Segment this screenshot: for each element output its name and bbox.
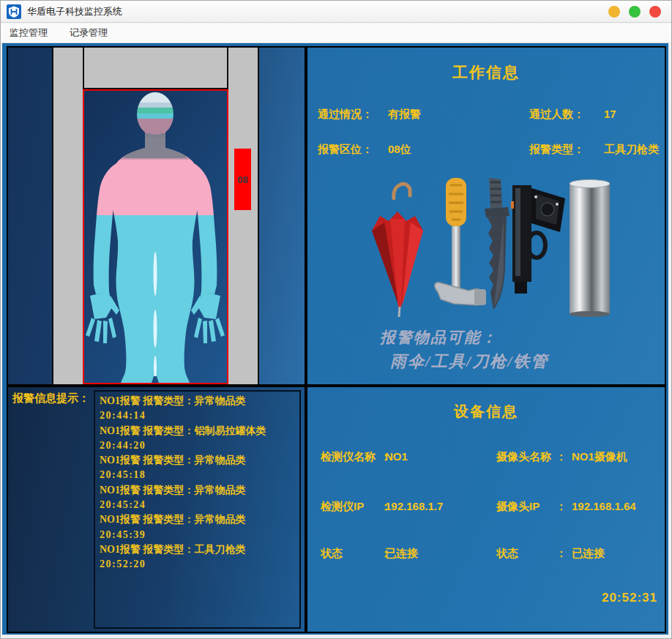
umbrella-icon [372,184,423,317]
pass-status-label: 通过情况： [318,108,373,122]
menu-item-monitor-management[interactable]: 监控管理 [8,25,49,41]
detector-status-label: 状态： [321,547,391,561]
camera-ip-value: 192.168.1.64 [572,500,636,512]
possible-items-title: 报警物品可能： [380,327,672,348]
camera-status-label: 状态： [496,547,567,561]
detector-ip-label: 检测仪IP： [321,500,391,514]
device-info-title: 设备信息 [307,402,665,422]
alarm-type-value: 工具刀枪类 [604,143,659,157]
alarm-zone-value: 08位 [388,143,411,157]
detector-name-label: 检测仪名称： [321,450,391,464]
combat-knife-icon [485,178,509,310]
pass-status-value: 有报警 [388,108,421,122]
maximize-button[interactable] [629,6,641,18]
pass-count-label: 通过人数： [529,108,584,122]
camera-name-label: 摄像头名称： [496,450,567,464]
gate-lintel [83,48,228,89]
title-bar: 华盾电子科技监控系统 [1,1,671,23]
minimize-button[interactable] [608,6,620,18]
app-window: 华盾电子科技监控系统 监控管理 记录管理 [0,0,672,639]
device-info-panel: 设备信息 检测仪名称： NO1 摄像头名称： NO1摄像机 检测仪IP： 192… [306,386,666,633]
alarm-entry: NO1报警 报警类型：异常物品类20:45:24 [100,483,295,513]
alarm-entry: NO1报警 报警类型：铝制易拉罐体类20:44:20 [100,424,295,454]
alarm-log-panel: 报警信息提示： NO1报警 报警类型：异常物品类20:44:14NO1报警 报警… [7,386,306,633]
detector-ip-value: 192.168.1.7 [385,500,443,512]
gate-right-pillar [227,48,259,384]
alarm-entry: NO1报警 报警类型：异常物品类20:45:39 [100,512,295,542]
alarm-entry: NO1报警 报警类型：工具刀枪类20:52:20 [100,542,295,572]
alarm-entry: NO1报警 报警类型：异常物品类20:45:18 [100,453,295,483]
scanner-panel: 08 [7,46,306,386]
body-scan-view [83,89,228,384]
human-silhouette-scan [84,91,227,383]
alarm-log-label: 报警信息提示： [12,392,89,406]
camera-name-value: NO1摄像机 [572,450,627,464]
camera-status-value: 已连接 [572,547,605,561]
app-logo-icon [7,4,21,19]
menu-bar: 监控管理 记录管理 [1,23,671,43]
alarm-zone-label: 报警区位： [318,143,373,157]
detector-name-value: NO1 [385,450,408,463]
alarm-items-graphic [367,175,611,318]
pistol-icon [511,185,565,294]
main-content: 08 工作信息 通过情况： 有报警 通过人数： 17 报警区位： 08位 报警类… [2,43,668,635]
steel-pipe-icon [570,180,610,318]
hammer-tool-icon [435,178,486,305]
close-button[interactable] [649,6,661,18]
pass-count-value: 17 [604,108,616,120]
window-title: 华盾电子科技监控系统 [27,5,122,18]
alarm-entry: NO1报警 报警类型：异常物品类20:44:14 [100,394,295,424]
possible-items-list: 雨伞/工具/刀枪/铁管 [390,351,672,373]
menu-item-record-management[interactable]: 记录管理 [68,25,109,41]
work-info-title: 工作信息 [307,62,665,83]
system-clock: 20:52:31 [602,591,657,605]
alarm-zone-indicator: 08 [234,149,251,210]
detector-status-value: 已连接 [385,547,418,561]
camera-ip-label: 摄像头IP： [496,500,567,514]
gate-left-pillar [52,48,84,384]
alarm-type-label: 报警类型： [529,143,584,157]
work-info-panel: 工作信息 通过情况： 有报警 通过人数： 17 报警区位： 08位 报警类型： … [306,46,666,386]
alarm-list[interactable]: NO1报警 报警类型：异常物品类20:44:14NO1报警 报警类型：铝制易拉罐… [94,390,301,629]
